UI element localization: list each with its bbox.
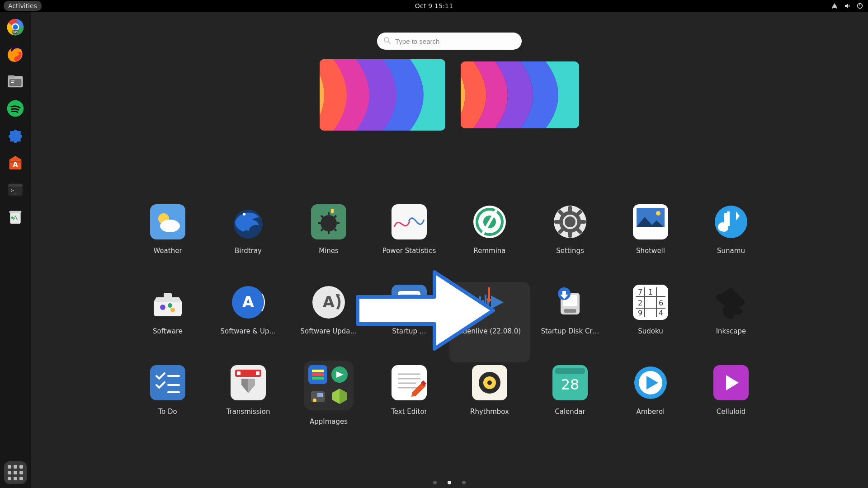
svg-point-33 [243, 213, 245, 216]
svg-point-64 [160, 305, 165, 310]
svg-rect-108 [312, 370, 324, 372]
svg-point-0 [834, 7, 835, 8]
app-startup-applications[interactable]: Startup … [369, 282, 449, 362]
svg-point-5 [13, 24, 18, 30]
app-weather[interactable]: Weather [127, 202, 208, 282]
workspace-thumb-1[interactable] [320, 59, 445, 131]
svg-text:A: A [242, 293, 255, 311]
dock-chrome-dev[interactable]: DEV [6, 18, 24, 36]
app-shotwell[interactable]: Shotwell [610, 202, 691, 282]
app-label: Software [153, 327, 183, 335]
app-label: Weather [153, 247, 182, 255]
svg-point-66 [170, 308, 175, 312]
dock-firefox[interactable] [6, 45, 24, 63]
svg-rect-13 [11, 80, 14, 81]
system-tray[interactable] [831, 0, 863, 12]
svg-point-31 [160, 220, 180, 232]
app-mines[interactable]: Mines [288, 202, 369, 282]
dock-puzzle-extension[interactable] [6, 127, 24, 145]
app-label: Settings [556, 247, 584, 255]
dock-ubuntu-software[interactable]: A [6, 154, 24, 172]
app-software-updates[interactable]: A Software & Up… [208, 282, 288, 362]
app-startup-disk-creator[interactable]: Startup Disk Cr… [530, 282, 610, 362]
app-software[interactable]: Software [127, 282, 208, 362]
workspace-switcher [320, 59, 579, 131]
app-label: To Do [158, 408, 177, 416]
app-label: Calendar [555, 408, 585, 416]
app-birdtray[interactable]: Birdtray [208, 202, 288, 282]
app-label: Startup Disk Cr… [541, 327, 599, 335]
app-label: Software & Up… [221, 327, 276, 335]
svg-rect-76 [401, 305, 412, 308]
clock[interactable]: Oct 9 15:11 [415, 2, 453, 9]
activities-button[interactable]: Activities [4, 1, 42, 11]
svg-rect-109 [312, 373, 324, 376]
network-icon[interactable] [831, 2, 838, 9]
app-calendar[interactable]: 28 Calendar [530, 362, 610, 443]
app-label: Mines [319, 247, 339, 255]
svg-rect-77 [476, 298, 478, 306]
app-transmission[interactable]: Transmission [208, 362, 288, 443]
svg-rect-20 [8, 184, 23, 187]
search-input-container[interactable] [377, 33, 522, 50]
svg-point-124 [487, 380, 492, 385]
page-dot-2[interactable] [448, 481, 451, 484]
svg-rect-79 [482, 300, 484, 306]
app-sudoku[interactable]: 712694 Sudoku [610, 282, 691, 362]
svg-text:7: 7 [638, 288, 642, 296]
power-icon[interactable] [856, 2, 863, 9]
svg-text:6: 6 [659, 299, 663, 307]
app-kdenlive[interactable]: Kdenlive (22.08.0) [449, 282, 530, 362]
dock-spotify[interactable] [6, 99, 24, 117]
app-folder-appimages[interactable]: AppImages [288, 362, 369, 443]
page-dot-3[interactable] [462, 481, 466, 484]
svg-point-60 [715, 206, 747, 238]
grid-icon [8, 465, 23, 480]
svg-rect-106 [256, 371, 259, 375]
volume-icon[interactable] [844, 2, 851, 9]
dock-trash[interactable] [6, 208, 24, 226]
app-sunamu[interactable]: Sunamu [691, 202, 771, 282]
app-amberol[interactable]: Amberol [610, 362, 691, 443]
svg-rect-78 [479, 296, 481, 308]
svg-rect-84 [564, 309, 576, 313]
svg-rect-105 [237, 371, 241, 375]
dock-files[interactable] [6, 72, 24, 90]
svg-rect-11 [8, 75, 14, 79]
search-input[interactable] [394, 37, 515, 46]
app-remmina[interactable]: Remmina [449, 202, 530, 282]
svg-rect-40 [331, 209, 334, 213]
svg-rect-99 [150, 365, 185, 400]
page-indicator [433, 481, 466, 484]
app-celluloid[interactable]: Celluloid [691, 362, 771, 443]
show-apps-button[interactable] [4, 461, 27, 484]
app-text-editor[interactable]: Text Editor [369, 362, 449, 443]
app-label: Amberol [637, 408, 665, 416]
app-to-do[interactable]: To Do [127, 362, 208, 443]
app-rhythmbox[interactable]: Rhythmbox [449, 362, 530, 443]
svg-text:DEV: DEV [13, 31, 18, 33]
dock: DEV A >_ [0, 12, 31, 488]
app-settings[interactable]: Settings [530, 202, 610, 282]
svg-rect-80 [485, 295, 486, 310]
page-dot-1[interactable] [433, 481, 437, 484]
svg-text:A: A [323, 293, 335, 311]
svg-text:2: 2 [638, 299, 642, 307]
calendar-day: 28 [561, 376, 580, 393]
svg-text:9: 9 [638, 309, 642, 317]
app-software-updater[interactable]: A Software Upda… [288, 282, 369, 362]
svg-point-47 [565, 216, 576, 227]
app-power-statistics[interactable]: Power Statistics [369, 202, 449, 282]
svg-text:A: A [13, 161, 18, 169]
app-label: Text Editor [391, 408, 427, 416]
app-label: Sudoku [638, 327, 663, 335]
app-label: Inkscape [716, 327, 746, 335]
workspace-thumb-2[interactable] [461, 61, 579, 128]
app-label: Birdtray [235, 247, 262, 255]
app-label: Remmina [473, 247, 505, 255]
app-inkscape[interactable]: Inkscape [691, 282, 771, 362]
svg-rect-62 [727, 211, 730, 226]
dock-terminal[interactable]: >_ [6, 181, 24, 199]
app-label: Shotwell [636, 247, 665, 255]
app-label: Power Statistics [382, 247, 436, 255]
